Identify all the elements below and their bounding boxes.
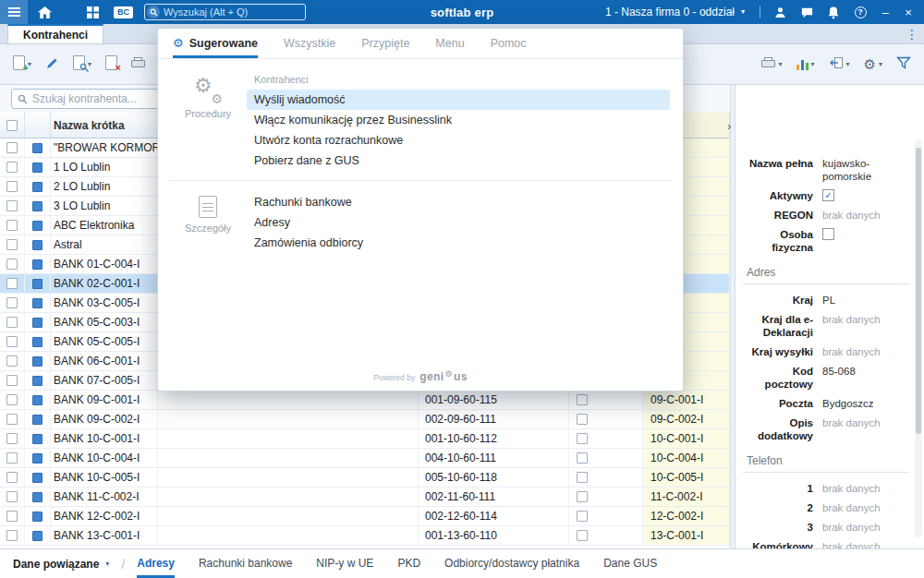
row-number[interactable]: 004-10-60-111 — [419, 449, 569, 467]
collapse-panel-icon[interactable]: › — [727, 120, 731, 132]
chart-button[interactable]: ▾ — [795, 56, 817, 73]
row-name[interactable]: BANK 11-C-002-I — [51, 488, 158, 506]
import-button[interactable]: ▾ — [827, 54, 852, 75]
overlay-tab-wszystkie[interactable]: Wszystkie — [284, 29, 335, 58]
bc-badge[interactable]: BC — [114, 6, 133, 18]
row-code[interactable]: 13-C-001-I — [643, 526, 730, 545]
field-value[interactable]: Bydgoszcz — [822, 397, 909, 410]
overlay-tab-sugerowane[interactable]: ⚙Sugerowane — [173, 29, 258, 58]
overlay-menu-item-w-cz-komunikacj-przez-businesslink[interactable]: Włącz komunikację przez Businesslink — [247, 110, 670, 130]
print-button[interactable]: ▾ — [760, 54, 784, 75]
table-row[interactable]: BANK 11-C-002-I002-11-60-11111-C-002-I — [0, 488, 730, 507]
filter-button[interactable] — [894, 54, 913, 75]
column-header-name[interactable]: Nazwa krótka — [51, 113, 158, 138]
add-document-button[interactable]: +▾ — [11, 53, 33, 76]
row-checkbox[interactable] — [0, 255, 25, 273]
row-name[interactable]: BANK 10-C-005-I — [51, 468, 158, 487]
row-name[interactable]: 2 LO Lublin — [51, 177, 158, 196]
row-checkbox[interactable] — [0, 468, 25, 487]
overlay-menu-item-pobierz-dane-z-gus[interactable]: Pobierz dane z GUS — [247, 151, 670, 171]
bottom-tab-pkd[interactable]: PKD — [397, 549, 420, 578]
settings-button[interactable]: ⚙▾ — [862, 54, 884, 75]
row-flag-checkbox[interactable] — [569, 391, 643, 409]
company-selector[interactable]: 1 - Nasza firma 0 - oddział ▾ — [605, 6, 745, 18]
row-flag-checkbox[interactable] — [569, 488, 643, 506]
hamburger-menu-icon[interactable] — [0, 0, 28, 24]
row-name[interactable]: 1 LO Lublin — [51, 158, 158, 176]
row-name[interactable]: BANK 03-C-005-I — [51, 294, 158, 312]
row-flag-checkbox[interactable] — [569, 468, 643, 487]
minimize-button[interactable]: – — [875, 0, 895, 24]
edit-button[interactable] — [43, 54, 61, 76]
row-name[interactable]: BANK 02-C-001-I — [51, 274, 158, 293]
row-checkbox[interactable] — [0, 429, 25, 448]
bottom-tab-nip-y-w-ue[interactable]: NIP-y w UE — [316, 549, 373, 578]
field-value[interactable]: brak danych — [822, 313, 909, 326]
chevron-down-icon[interactable]: ▾ — [846, 61, 850, 68]
field-checkbox[interactable] — [822, 228, 834, 240]
row-checkbox[interactable] — [0, 410, 25, 428]
overlay-menu-item-wy-lij-wiadomo[interactable]: Wyślij wiadomość — [247, 90, 670, 110]
row-number[interactable]: 001-09-60-115 — [419, 391, 569, 409]
related-data-menu[interactable]: Dane powiązane ▾ — [13, 549, 109, 578]
notifications-bell-icon[interactable] — [821, 0, 845, 24]
row-name[interactable]: BANK 05-C-005-I — [51, 332, 158, 351]
row-number[interactable]: 001-10-60-112 — [419, 429, 569, 448]
field-value[interactable]: brak danych — [822, 209, 909, 222]
global-search-input[interactable] — [160, 6, 305, 18]
row-name[interactable]: BANK 07-C-005-I — [51, 371, 158, 390]
field-value[interactable]: kujawsko-pomorskie — [822, 157, 909, 183]
row-name[interactable]: Astral — [51, 235, 158, 254]
panel-scrollbar[interactable] — [915, 140, 922, 537]
field-checkbox[interactable]: ✓ — [822, 189, 834, 201]
field-value[interactable]: brak danych — [822, 345, 909, 358]
table-row[interactable]: BANK 09-C-002-I002-09-60-11109-C-002-I — [0, 410, 730, 429]
row-checkbox[interactable] — [0, 449, 25, 467]
field-value[interactable]: brak danych — [822, 501, 909, 514]
row-number[interactable]: 005-10-60-118 — [419, 468, 569, 487]
print-button[interactable] — [129, 54, 147, 75]
delete-document-button[interactable]: × — [103, 53, 119, 76]
overlay-menu-item-utw-rz-konta-rozrachunkowe[interactable]: Utwórz konta rozrachunkowe — [247, 130, 670, 151]
close-button[interactable]: × — [898, 0, 918, 24]
row-checkbox[interactable] — [0, 371, 25, 390]
row-flag-checkbox[interactable] — [569, 410, 643, 428]
view-document-button[interactable]: ▾ — [71, 53, 93, 76]
row-code[interactable]: 11-C-002-I — [643, 488, 730, 506]
apps-grid-icon[interactable] — [80, 0, 104, 24]
row-name[interactable]: BANK 01-C-004-I — [51, 255, 158, 273]
tabbar-overflow-menu-icon[interactable]: ⋮ — [900, 24, 924, 43]
table-row[interactable]: BANK 10-C-005-I005-10-60-11810-C-005-I — [0, 468, 730, 488]
global-search[interactable] — [144, 4, 306, 20]
bottom-tab-odbiorcy-dostawcy-p-atnika[interactable]: Odbiorcy/dostawcy płatnika — [444, 549, 579, 578]
table-row[interactable]: BANK 10-C-001-I001-10-60-11210-C-001-I — [0, 429, 730, 449]
row-name[interactable]: "BROWAR KORMORAN — [51, 138, 158, 157]
row-checkbox[interactable] — [0, 177, 25, 196]
row-checkbox[interactable] — [0, 391, 25, 409]
row-name[interactable]: BANK 10-C-004-I — [51, 449, 158, 467]
row-name[interactable]: BANK 10-C-001-I — [51, 429, 158, 448]
row-code[interactable]: 10-C-004-I — [643, 449, 730, 467]
field-value[interactable]: 85-068 — [822, 365, 909, 378]
row-flag-checkbox[interactable] — [569, 507, 643, 525]
row-name[interactable]: ABC Elektronika — [51, 216, 158, 235]
row-checkbox[interactable] — [0, 197, 25, 215]
table-row[interactable]: BANK 12-C-002-I002-12-60-11412-C-002-I — [0, 507, 730, 526]
bottom-tab-adresy[interactable]: Adresy — [137, 549, 175, 578]
bottom-tab-rachunki-bankowe[interactable]: Rachunki bankowe — [199, 549, 292, 578]
row-checkbox[interactable] — [0, 138, 25, 157]
chat-icon[interactable] — [795, 0, 819, 24]
row-code[interactable]: 10-C-005-I — [643, 468, 730, 487]
scrollbar-thumb[interactable] — [916, 148, 921, 434]
overlay-tab-pomoc[interactable]: Pomoc — [491, 29, 527, 58]
row-name[interactable]: BANK 05-C-003-I — [51, 313, 158, 331]
overlay-menu-item-zam-wienia-odbiorcy[interactable]: Zamówienia odbiorcy — [247, 233, 670, 253]
field-value[interactable]: PL — [822, 294, 909, 307]
help-icon[interactable]: ? — [848, 0, 872, 24]
row-checkbox[interactable] — [0, 313, 25, 331]
row-checkbox[interactable] — [0, 507, 25, 525]
row-name[interactable]: BANK 06-C-001-I — [51, 352, 158, 370]
table-row[interactable]: BANK 10-C-004-I004-10-60-11110-C-004-I — [0, 449, 730, 468]
row-flag-checkbox[interactable] — [569, 429, 643, 448]
row-code[interactable]: 12-C-002-I — [643, 507, 730, 525]
